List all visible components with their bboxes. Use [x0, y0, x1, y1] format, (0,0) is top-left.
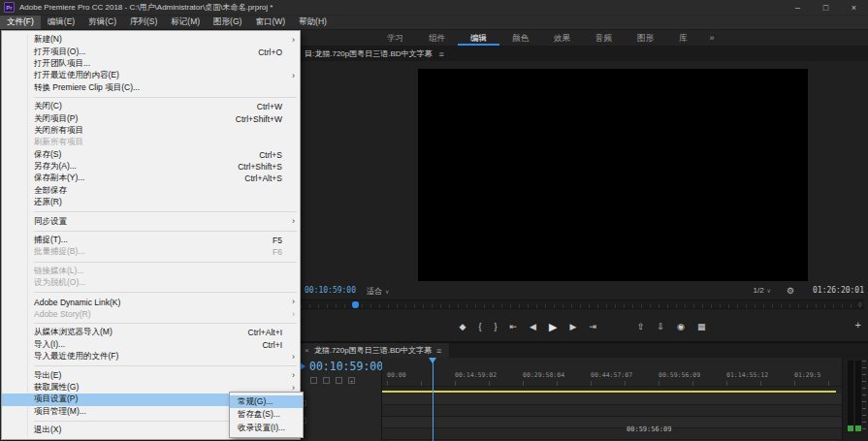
audio-meter-level	[855, 425, 861, 431]
menu-item-save-all[interactable]: 全部保存	[2, 185, 300, 197]
scrubber-ticks	[301, 304, 864, 308]
workspace-tab-effects[interactable]: 效果	[541, 30, 583, 46]
comparison-view-button[interactable]: ▦	[697, 322, 706, 331]
play-button[interactable]: ▶	[549, 321, 557, 333]
menu-item-revert[interactable]: 还原(R)	[2, 197, 300, 208]
menu-item-make-offline: 设为脱机(O)...	[2, 277, 300, 289]
panel-menu-icon[interactable]: ≡	[439, 49, 444, 59]
track-row[interactable]	[382, 405, 842, 417]
menu-item-adobe-story: Adobe Story(R)›	[2, 308, 300, 320]
chevron-down-icon: ∨	[767, 288, 771, 294]
menu-item-adobe-dynamic-link[interactable]: Adobe Dynamic Link(K)›	[2, 296, 300, 307]
timeline-timecode[interactable]: 00:10:59:00	[309, 360, 383, 373]
scrubber-option-icon[interactable]: ○	[858, 300, 862, 307]
maximize-button[interactable]: □	[812, 0, 840, 16]
menu-item-new[interactable]: 新建(N)›	[2, 34, 300, 46]
menu-item-sync-settings[interactable]: 同步设置›	[2, 215, 300, 227]
menu-item-save[interactable]: 保存(S)Ctrl+S	[2, 149, 300, 161]
timeline-ruler[interactable]: 00:00 00:14:59:02 00:29:58:04 00:44:57:0…	[382, 358, 842, 387]
timeline-tab-label: 龙猫.720p国粤日三语.BD中文字幕	[314, 345, 432, 356]
snap-icon[interactable]	[323, 377, 330, 384]
resolution-dropdown[interactable]: 1/2∨	[753, 286, 771, 295]
menu-item-convert-premiere-clip[interactable]: 转换 Premiere Clip 项目(C)...	[2, 82, 300, 94]
menu-item-open-project[interactable]: 打开项目(O)...Ctrl+O	[2, 46, 300, 57]
add-marker-button[interactable]: ◆	[460, 322, 466, 331]
mark-in-button[interactable]: {	[479, 322, 482, 331]
menu-separator	[34, 211, 297, 212]
scrubber-playhead[interactable]	[352, 301, 359, 308]
fit-dropdown[interactable]: 适合∨	[367, 286, 389, 297]
playhead-line[interactable]	[433, 362, 434, 441]
mark-out-button[interactable]: }	[495, 322, 498, 331]
audio-meter-ticks	[862, 361, 866, 431]
menu-item-capture[interactable]: 捕捉(T)...F5	[2, 235, 300, 246]
workspace-overflow-icon[interactable]: »	[700, 30, 724, 46]
menu-item-import-recent[interactable]: 导入最近使用的文件(F)›	[2, 351, 300, 362]
program-monitor-tab[interactable]: 目:龙猫.720p国粤日三语.BD中文字幕	[305, 48, 433, 59]
program-monitor-panel: 目:龙猫.720p国粤日三语.BD中文字幕 ≡ 00:10:59:00 适合∨ …	[296, 47, 868, 341]
workspace-tab-learning[interactable]: 学习	[374, 30, 416, 46]
menubar: 文件(F) 编辑(E) 剪辑(C) 序列(S) 标记(M) 图形(G) 窗口(W…	[0, 16, 868, 30]
workspace-tab-libraries[interactable]: 库	[666, 30, 700, 46]
menu-item-close-project[interactable]: 关闭项目(P)Ctrl+Shift+W	[2, 112, 300, 124]
ruler-label: 01:29:5	[794, 371, 820, 379]
go-to-out-button[interactable]: ⇥	[589, 322, 596, 331]
menu-item-open-team-project[interactable]: 打开团队项目...	[2, 58, 300, 70]
menu-window[interactable]: 窗口(W)	[248, 16, 292, 29]
menu-item-close[interactable]: 关闭(C)Ctrl+W	[2, 101, 300, 112]
timeline-tab[interactable]: × 龙猫.720p国粤日三语.BD中文字幕 ≡	[297, 343, 449, 358]
minimize-button[interactable]: –	[784, 0, 812, 16]
submenu-item-general[interactable]: 常规(G)...	[230, 395, 303, 408]
window-title: Adobe Premiere Pro CC 2018 - C:\用户\Admin…	[19, 2, 273, 13]
premiere-window: Pr Adobe Premiere Pro CC 2018 - C:\用户\Ad…	[0, 0, 868, 441]
insert-overwrite-toggle-icon[interactable]	[310, 377, 317, 384]
button-editor-plus-icon[interactable]: +	[855, 319, 861, 331]
panel-menu-icon[interactable]: ≡	[436, 346, 441, 356]
menu-item-export[interactable]: 导出(E)›	[2, 369, 300, 381]
submenu-item-scratch-disks[interactable]: 暂存盘(S)...	[230, 408, 303, 421]
timeline-tools: +	[310, 377, 355, 384]
program-current-timecode[interactable]: 00:10:59:00	[305, 286, 356, 295]
linked-selection-icon[interactable]	[336, 377, 342, 384]
step-back-button[interactable]: ◀	[530, 322, 536, 331]
menu-clip[interactable]: 剪辑(C)	[81, 16, 123, 29]
menu-item-open-recent[interactable]: 打开最近使用的内容(E)›	[2, 70, 300, 81]
timeline-settings-icon[interactable]: +	[348, 377, 355, 384]
settings-wrench-icon[interactable]: ⚙	[787, 286, 794, 296]
menu-file[interactable]: 文件(F)	[0, 16, 41, 29]
program-monitor-tabrow: 目:龙猫.720p国粤日三语.BD中文字幕 ≡	[297, 47, 868, 61]
close-button[interactable]: ×	[840, 0, 868, 16]
menu-help[interactable]: 帮助(H)	[292, 16, 334, 29]
lift-button[interactable]: ⇧	[637, 322, 645, 331]
workspace-tab-color[interactable]: 颜色	[499, 30, 541, 46]
submenu-item-ingest-settings[interactable]: 收录设置(I)...	[230, 422, 303, 434]
extract-button[interactable]: ⇩	[657, 322, 664, 331]
menu-item-import[interactable]: 导入(I)...Ctrl+I	[2, 339, 300, 351]
menu-graphics[interactable]: 图形(G)	[207, 16, 248, 29]
chevron-down-icon: ∨	[385, 289, 389, 295]
submenu-arrow-icon: ›	[292, 308, 295, 320]
menu-item-save-as[interactable]: 另存为(A)...Ctrl+Shift+S	[2, 161, 300, 173]
menu-item-save-copy[interactable]: 保存副本(Y)...Ctrl+Alt+S	[2, 173, 300, 184]
go-to-in-button[interactable]: ⇤	[510, 322, 518, 331]
menu-separator	[34, 231, 297, 232]
export-frame-button[interactable]: ◉	[677, 322, 685, 331]
step-forward-button[interactable]: ▶	[569, 322, 576, 331]
track-row[interactable]	[382, 417, 842, 428]
menu-item-close-all-projects[interactable]: 关闭所有项目	[2, 125, 300, 137]
workspace-tab-assembly[interactable]: 组件	[416, 30, 458, 46]
tab-close-icon[interactable]: ×	[305, 346, 309, 355]
workspace-tab-graphics[interactable]: 图形	[625, 30, 666, 46]
workspace-tab-audio[interactable]: 音频	[583, 30, 625, 46]
track-row[interactable]	[382, 394, 842, 405]
menu-sequence[interactable]: 序列(S)	[123, 16, 164, 29]
ruler-label: 00:44:57:07	[591, 371, 632, 379]
workspace-tab-editing[interactable]: 编辑	[458, 30, 499, 46]
menu-item-import-from-media-browser[interactable]: 从媒体浏览器导入(M)Ctrl+Alt+I	[2, 327, 300, 338]
menu-edit[interactable]: 编辑(E)	[41, 16, 81, 29]
timeline-panel: × 龙猫.720p国粤日三语.BD中文字幕 ≡ 00:10:59:00 +	[296, 341, 868, 441]
menu-separator	[34, 262, 297, 263]
menu-markers[interactable]: 标记(M)	[164, 16, 207, 29]
track-row[interactable]	[382, 428, 842, 440]
program-scrubber[interactable]: ○	[301, 299, 864, 309]
